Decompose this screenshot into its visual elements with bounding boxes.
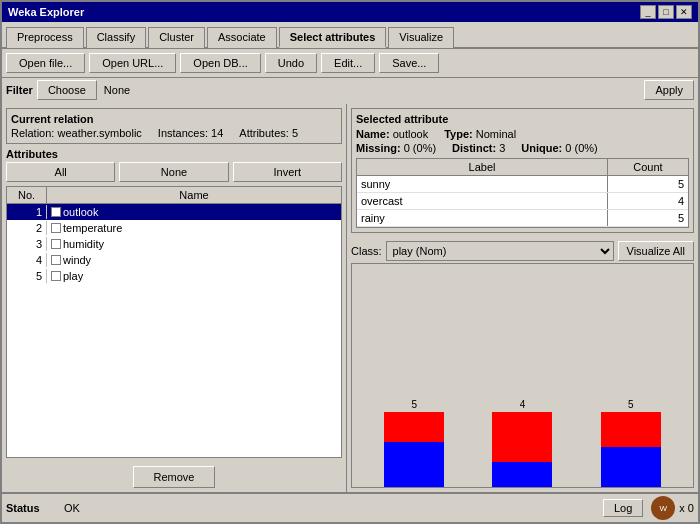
filter-section: Filter Choose None Apply (2, 78, 698, 102)
value-table-header: Label Count (357, 159, 688, 176)
list-item: sunny 5 (357, 176, 688, 193)
bar-top-label: 5 (411, 399, 417, 410)
edit-button[interactable]: Edit... (321, 53, 375, 73)
row-label: windy (63, 254, 91, 266)
tab-classify[interactable]: Classify (86, 27, 147, 48)
distinct-label: Distinct: (452, 142, 496, 154)
filter-label: Filter (6, 84, 33, 96)
row-checkbox[interactable] (51, 271, 61, 281)
instances-info: Instances: 14 (158, 127, 223, 139)
filter-choose-button[interactable]: Choose (37, 80, 97, 100)
class-label: Class: (351, 245, 382, 257)
invert-attributes-button[interactable]: Invert (233, 162, 342, 182)
row-label: play (63, 270, 83, 282)
attributes-title: Attributes (6, 148, 342, 160)
main-content: Current relation Relation: weather.symbo… (2, 104, 698, 492)
row-name: windy (47, 253, 341, 267)
open-url-button[interactable]: Open URL... (89, 53, 176, 73)
bar-group: 5 (384, 399, 444, 487)
minimize-button[interactable]: _ (640, 5, 656, 19)
table-row[interactable]: 3 humidity (7, 236, 341, 252)
status-label: Status (6, 502, 56, 514)
row-number: 1 (7, 205, 47, 219)
type-value: Nominal (476, 128, 516, 140)
table-row[interactable]: 4 windy (7, 252, 341, 268)
log-button[interactable]: Log (603, 499, 643, 517)
maximize-button[interactable]: □ (658, 5, 674, 19)
attributes-info: Attributes: 5 (239, 127, 298, 139)
remove-button[interactable]: Remove (133, 466, 216, 488)
apply-button[interactable]: Apply (644, 80, 694, 100)
class-select[interactable]: play (Nom) outlook (Nom) temperature (No… (386, 241, 614, 261)
table-row[interactable]: 5 play (7, 268, 341, 284)
selected-attribute-title: Selected attribute (356, 113, 689, 125)
bar-top-label: 4 (520, 399, 526, 410)
attributes-value: 5 (292, 127, 298, 139)
tab-preprocess[interactable]: Preprocess (6, 27, 84, 48)
col-count-header: Count (608, 159, 688, 175)
open-db-button[interactable]: Open DB... (180, 53, 260, 73)
row-checkbox[interactable] (51, 239, 61, 249)
row-label: outlook (63, 206, 98, 218)
none-attributes-button[interactable]: None (119, 162, 228, 182)
undo-button[interactable]: Undo (265, 53, 317, 73)
table-row[interactable]: 1 outlook (7, 204, 341, 220)
col-name-header: Name (47, 187, 341, 203)
close-button[interactable]: ✕ (676, 5, 692, 19)
toolbar: Open file... Open URL... Open DB... Undo… (2, 49, 698, 78)
right-panel: Selected attribute Name: outlook Type: N… (347, 104, 698, 492)
row-number: 4 (7, 253, 47, 267)
row-checkbox[interactable] (51, 207, 61, 217)
tab-visualize[interactable]: Visualize (388, 27, 454, 48)
visualize-all-button[interactable]: Visualize All (618, 241, 695, 261)
attributes-label: Attributes: (239, 127, 289, 139)
bar-group: 4 (492, 399, 552, 487)
current-relation-title: Current relation (11, 113, 337, 125)
row-number: 3 (7, 237, 47, 251)
table-row[interactable]: 2 temperature (7, 220, 341, 236)
value-count: 5 (608, 210, 688, 226)
class-bar: Class: play (Nom) outlook (Nom) temperat… (351, 241, 694, 261)
bar-blue-segment (384, 442, 444, 487)
bar-stack (601, 412, 661, 487)
row-name: temperature (47, 221, 341, 235)
bar-stack (384, 412, 444, 487)
tab-associate[interactable]: Associate (207, 27, 277, 48)
missing-value: 0 (0%) (404, 142, 436, 154)
type-label: Type: (444, 128, 473, 140)
attributes-table-header: No. Name (7, 187, 341, 204)
row-checkbox[interactable] (51, 223, 61, 233)
value-label: sunny (357, 176, 608, 192)
list-item: rainy 5 (357, 210, 688, 227)
filter-value: None (101, 83, 641, 97)
weka-icon: W (651, 496, 675, 520)
open-file-button[interactable]: Open file... (6, 53, 85, 73)
attributes-table: No. Name 1 outlook 2 te (6, 186, 342, 458)
title-bar: Weka Explorer _ □ ✕ (2, 2, 698, 22)
col-label-header: Label (357, 159, 608, 175)
instances-value: 14 (211, 127, 223, 139)
relation-info: Relation: weather.symbolic Instances: 14… (11, 127, 337, 139)
current-relation-section: Current relation Relation: weather.symbo… (6, 108, 342, 144)
save-button[interactable]: Save... (379, 53, 439, 73)
tab-select-attributes[interactable]: Select attributes (279, 27, 387, 48)
row-label: humidity (63, 238, 104, 250)
attr-distinct-info: Distinct: 3 (452, 142, 505, 154)
row-checkbox[interactable] (51, 255, 61, 265)
status-bar: Status OK Log W x 0 (2, 492, 698, 522)
attr-name-info: Name: outlook (356, 128, 428, 140)
chart-area: 5 4 5 (351, 263, 694, 488)
relation-value: weather.symbolic (57, 127, 141, 139)
attributes-section: Attributes All None Invert No. Name 1 (6, 148, 342, 488)
row-name: humidity (47, 237, 341, 251)
relation-name: Relation: weather.symbolic (11, 127, 142, 139)
x0-label: x 0 (679, 502, 694, 514)
tab-cluster[interactable]: Cluster (148, 27, 205, 48)
window-title: Weka Explorer (8, 6, 84, 18)
attribute-buttons: All None Invert (6, 162, 342, 182)
all-attributes-button[interactable]: All (6, 162, 115, 182)
row-number: 5 (7, 269, 47, 283)
attr-unique-info: Unique: 0 (0%) (521, 142, 597, 154)
bar-blue-segment (492, 462, 552, 487)
value-table: Label Count sunny 5 overcast 4 rainy 5 (356, 158, 689, 228)
